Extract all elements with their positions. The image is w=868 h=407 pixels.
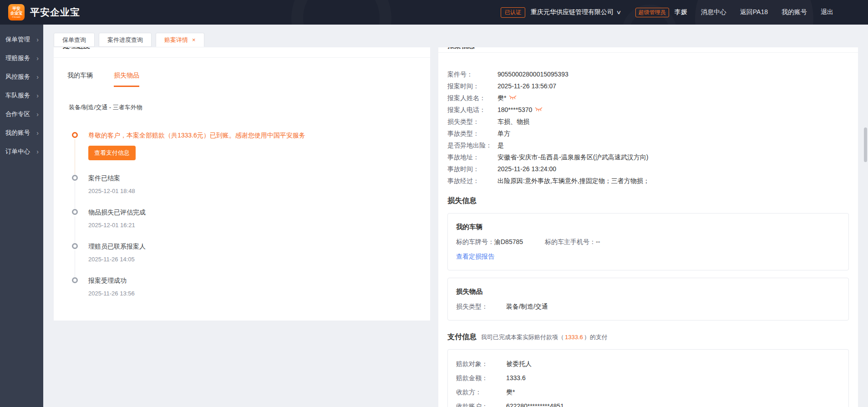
tab-policy-query[interactable]: 保单查询 [54, 33, 95, 47]
timeline-time: 2025-11-26 14:05 [88, 256, 430, 263]
report-panel-clipped-title: 报案信息 [438, 47, 858, 51]
page-tabbar: 保单查询 案件进度查询 赔案详情 × [54, 33, 204, 47]
company-selector[interactable]: 重庆元华供应链管理有限公司 ∨ [531, 8, 621, 16]
timeline-dot [72, 209, 78, 215]
chevron-down-icon: ∨ [616, 9, 621, 15]
role-badge: 超级管理员 [635, 8, 669, 17]
divider [54, 57, 430, 58]
timeline-title: 报案受理成功 [88, 276, 430, 285]
timeline-connector [75, 182, 75, 209]
sidebar-item-fleet-service[interactable]: 车队服务 › [0, 86, 43, 105]
field-payee-account: 收款账户： 622280*********4851 [456, 403, 840, 407]
plate-number: 渝D85785 [494, 238, 523, 246]
my-vehicle-card: 我的车辆 标的车牌号： 渝D85785 标的车主手机号： -- 查看定损报告 [447, 213, 849, 270]
tab-label: 案件进度查询 [107, 36, 143, 44]
user-name[interactable]: 李媛 [675, 8, 687, 16]
timeline-time: 2025-12-01 16:21 [88, 222, 430, 229]
field-accident-time: 事故时间： 2025-11-26 13:24:00 [447, 166, 849, 173]
report-detail-panel: 报案信息 案件号： 90550002800015095393 报案时间： 202… [438, 47, 858, 407]
loss-object-tabs: 我的车辆 损失物品 [67, 71, 430, 87]
close-icon[interactable]: × [192, 36, 196, 43]
navbar-right: 已认证 重庆元华供应链管理有限公司 ∨ 超级管理员 李媛 消息中心 返回PA18… [501, 7, 833, 18]
chevron-right-icon: › [36, 55, 39, 62]
timeline-message: 尊敬的客户，本案全部赔款（共1333.6元）已到账。感谢您使用中国平安服务 [88, 131, 430, 140]
view-payment-info-button[interactable]: 查看支付信息 [88, 146, 136, 160]
chevron-right-icon: › [36, 111, 39, 118]
timeline-dot-current [72, 132, 78, 138]
field-loss-type: 损失类型： 车损、物损 [447, 118, 849, 125]
view-damage-report-link[interactable]: 查看定损报告 [456, 253, 494, 261]
vehicle-card-row: 标的车牌号： 渝D85785 标的车主手机号： -- [456, 238, 840, 246]
sidebar-item-my-account[interactable]: 我的账号 › [0, 123, 43, 142]
timeline-title: 物品损失已评估完成 [88, 208, 430, 217]
sidebar-item-partner-zone[interactable]: 合作专区 › [0, 105, 43, 123]
tab-lost-goods[interactable]: 损失物品 [114, 71, 139, 87]
masked-eye-icon[interactable] [509, 95, 517, 102]
sidebar: 保单管理 › 理赔服务 › 风控服务 › 车队服务 › 合作专区 › 我的账号 … [0, 25, 43, 407]
field-accident-description: 事故经过： 出险原因:意外事故,车辆意外,撞固定物；三者方物损； [447, 178, 849, 184]
lost-goods-card: 损失物品 损失类型： 装备/制造/交通 [447, 278, 849, 321]
chevron-right-icon: › [36, 73, 39, 81]
tab-label: 保单查询 [62, 36, 86, 44]
payment-note: 我司已完成本案实际赔付款项（1333.6）的支付 [481, 333, 608, 341]
sidebar-item-policy-management[interactable]: 保单管理 › [0, 30, 43, 49]
field-payment-target: 赔款对象： 被委托人 [456, 361, 840, 367]
field-reporter-name: 报案人姓名： 樊* [447, 95, 849, 102]
app-title: 平安企业宝 [30, 6, 80, 19]
timeline-title: 案件已结案 [88, 173, 430, 183]
timeline-item-case-closed: 案件已结案 2025-12-01 18:48 [72, 173, 430, 208]
masked-eye-icon[interactable] [535, 107, 543, 113]
nav-link-logout[interactable]: 退出 [821, 8, 833, 16]
sidebar-item-label: 合作专区 [5, 110, 30, 118]
sidebar-item-label: 车队服务 [5, 92, 30, 100]
timeline-connector [75, 250, 75, 277]
app-logo-subtext: PINGAN [12, 16, 20, 18]
owner-phone: -- [596, 238, 600, 246]
sidebar-item-order-center[interactable]: 订单中心 › [0, 142, 43, 161]
tab-claim-detail[interactable]: 赔案详情 × [156, 33, 204, 47]
sidebar-item-label: 理赔服务 [5, 54, 30, 62]
company-name: 重庆元华供应链管理有限公司 [531, 8, 614, 16]
timeline-connector [75, 216, 75, 243]
field-accident-type: 事故类型： 单方 [447, 130, 849, 137]
timeline-dot [72, 243, 78, 249]
sidebar-item-label: 保单管理 [5, 36, 30, 44]
sidebar-item-risk-control[interactable]: 风控服务 › [0, 67, 43, 86]
nav-link-my-account[interactable]: 我的账号 [782, 8, 807, 16]
goods-card-title: 损失物品 [456, 287, 840, 296]
sidebar-item-label: 订单中心 [5, 148, 30, 156]
navbar-decoration [291, 0, 391, 25]
progress-panel-clipped-title: 处理进度 [54, 47, 430, 51]
field-out-of-area: 是否异地出险： 是 [447, 142, 849, 149]
nav-link-message-center[interactable]: 消息中心 [701, 8, 726, 16]
timeline-item-adjuster-contacted: 理赔员已联系报案人 2025-11-26 14:05 [72, 242, 430, 276]
field-accident-address: 事故地址： 安徽省-安庆市-岳西县-温泉服务区(沪武高速武汉方向) [447, 154, 849, 161]
sidebar-item-claims-service[interactable]: 理赔服务 › [0, 49, 43, 67]
claim-timeline: 尊敬的客户，本案全部赔款（共1333.6元）已到账。感谢您使用中国平安服务 查看… [72, 131, 430, 297]
goods-loss-type: 装备/制造/交通 [506, 303, 548, 311]
scrollbar-thumb[interactable] [864, 127, 867, 162]
timeline-time: 2025-11-26 13:56 [88, 290, 430, 297]
verified-badge: 已认证 [501, 7, 525, 18]
report-fields: 案件号： 90550002800015095393 报案时间： 2025-11-… [447, 71, 849, 184]
tab-case-progress-query[interactable]: 案件进度查询 [99, 33, 152, 47]
timeline-connector [75, 139, 75, 174]
sidebar-item-label: 我的账号 [5, 129, 30, 137]
top-navbar: 平安 企业宝 PINGAN 平安企业宝 已认证 重庆元华供应链管理有限公司 ∨ … [0, 0, 868, 25]
app-logo[interactable]: 平安 企业宝 PINGAN [8, 4, 25, 20]
tab-my-vehicle[interactable]: 我的车辆 [67, 71, 93, 87]
timeline-title: 理赔员已联系报案人 [88, 242, 430, 251]
field-report-time: 报案时间： 2025-11-26 13:56:07 [447, 83, 849, 90]
payment-card: 赔款对象： 被委托人 赔款金额： 1333.6 收款方： 樊* 收款账户： 62… [447, 349, 849, 407]
field-case-number: 案件号： 90550002800015095393 [447, 71, 849, 78]
tab-label: 赔案详情 [164, 36, 188, 44]
app-logo-text: 企业宝 [10, 11, 23, 15]
divider [438, 52, 858, 53]
timeline-item-payment-arrived: 尊敬的客户，本案全部赔款（共1333.6元）已到账。感谢您使用中国平安服务 查看… [72, 131, 430, 173]
nav-link-back-pa18[interactable]: 返回PA18 [740, 8, 768, 16]
progress-panel: 处理进度 我的车辆 损失物品 装备/制造/交通 - 三者车外物 尊敬的客户，本案… [54, 47, 430, 321]
field-payee: 收款方： 樊* [456, 389, 840, 396]
field-reporter-phone: 报案人电话： 180****5370 [447, 107, 849, 113]
payment-amount: 1333.6 [564, 334, 584, 341]
payment-section-header: 支付信息 我司已完成本案实际赔付款项（1333.6）的支付 [447, 332, 849, 342]
